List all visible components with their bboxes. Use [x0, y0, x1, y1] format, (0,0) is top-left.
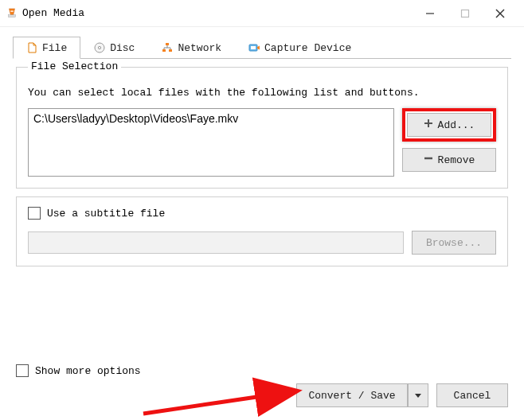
browse-button-label: Browse... [426, 237, 482, 249]
close-button[interactable] [483, 2, 518, 25]
show-more-row: Show more options [16, 364, 141, 377]
tab-disc[interactable]: Disc [80, 37, 148, 59]
maximize-button[interactable] [448, 2, 483, 25]
convert-save-split: Convert / Save [296, 383, 428, 407]
capture-icon [248, 42, 260, 53]
add-button-label: Add... [438, 119, 475, 131]
subtitle-group: Use a subtitle file Browse... [16, 196, 508, 266]
minus-icon [424, 154, 433, 166]
file-selection-group: File Selection You can select local file… [16, 67, 508, 189]
subtitle-path-input [28, 231, 404, 254]
file-selection-legend: File Selection [28, 60, 121, 72]
svg-rect-4 [462, 10, 469, 17]
convert-save-button[interactable]: Convert / Save [296, 383, 408, 407]
tab-disc-label: Disc [110, 42, 135, 54]
cancel-button[interactable]: Cancel [436, 383, 508, 407]
remove-button-label: Remove [438, 154, 475, 166]
svg-rect-13 [251, 46, 256, 49]
file-list[interactable]: C:\Users\ladyy\Desktop\Videos\Faye.mkv [28, 108, 394, 177]
browse-button: Browse... [412, 231, 496, 255]
subtitle-checkbox[interactable] [28, 207, 41, 220]
show-more-label: Show more options [35, 365, 141, 377]
file-selection-help: You can select local files with the foll… [28, 87, 496, 99]
plus-icon [424, 119, 433, 131]
network-icon [162, 42, 173, 53]
convert-save-label: Convert / Save [308, 390, 395, 402]
add-button-highlight: Add... [402, 108, 496, 142]
svg-point-8 [99, 46, 101, 49]
svg-rect-1 [9, 14, 16, 17]
remove-button[interactable]: Remove [402, 148, 496, 172]
add-button[interactable]: Add... [407, 113, 491, 137]
action-row: Convert / Save Cancel [296, 383, 508, 407]
svg-rect-2 [10, 10, 14, 11]
tab-capture-label: Capture Device [264, 42, 351, 54]
subtitle-checkbox-label: Use a subtitle file [47, 208, 165, 220]
svg-rect-10 [162, 49, 166, 52]
disc-icon [94, 42, 105, 53]
tab-file-label: File [42, 42, 67, 54]
svg-rect-9 [166, 43, 169, 45]
tab-network-label: Network [178, 42, 221, 54]
tab-file[interactable]: File [13, 37, 80, 59]
convert-save-dropdown[interactable] [408, 383, 428, 407]
window-title: Open Media [22, 7, 413, 19]
tabs: File Disc Network Capture Device [13, 35, 511, 59]
titlebar: Open Media [0, 0, 524, 27]
cancel-label: Cancel [454, 390, 491, 402]
app-icon [6, 8, 18, 19]
svg-line-19 [143, 391, 295, 414]
minimize-button[interactable] [413, 2, 448, 25]
chevron-down-icon [415, 390, 421, 402]
tab-network[interactable]: Network [148, 37, 235, 59]
file-icon [26, 42, 37, 53]
svg-marker-17 [415, 394, 421, 398]
tab-capture[interactable]: Capture Device [235, 37, 365, 59]
show-more-checkbox[interactable] [16, 364, 29, 377]
file-list-item[interactable]: C:\Users\ladyy\Desktop\Videos\Faye.mkv [33, 112, 389, 125]
svg-rect-11 [169, 49, 172, 52]
